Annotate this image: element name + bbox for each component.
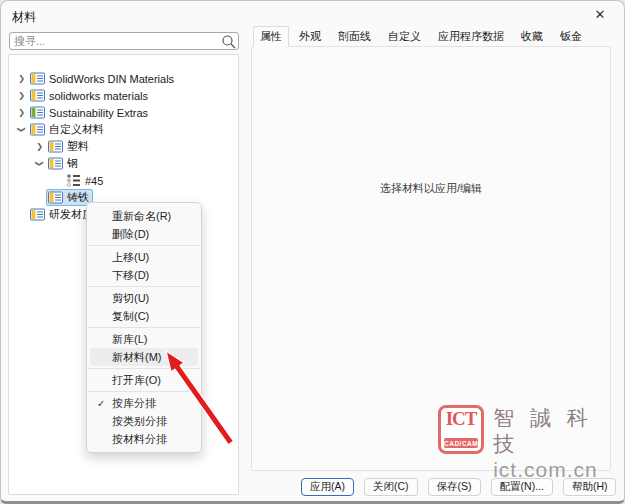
tree-item-label: Sustainability Extras bbox=[49, 107, 148, 119]
chevron-collapsed-icon[interactable]: ❯ bbox=[15, 104, 28, 121]
menu-item-label: 复制(C) bbox=[112, 309, 149, 324]
tab-应用程序数据[interactable]: 应用程序数据 bbox=[431, 26, 511, 47]
button-关闭C[interactable]: 关闭(C) bbox=[364, 478, 418, 496]
search-box[interactable] bbox=[9, 32, 239, 50]
tree-item[interactable]: ❯塑料 bbox=[9, 138, 238, 155]
menu-item-label: 新材料(M) bbox=[112, 350, 162, 365]
menu-separator bbox=[88, 245, 200, 246]
menu-item-label: 按类别分排 bbox=[112, 414, 167, 429]
chevron-expanded-icon[interactable]: ❯ bbox=[31, 157, 48, 170]
menu-item-label: 删除(D) bbox=[112, 227, 149, 242]
menu-separator bbox=[88, 327, 200, 328]
search-input[interactable] bbox=[10, 35, 220, 47]
tab-strip: 属性外观剖面线自定义应用程序数据收藏钣金 bbox=[253, 30, 592, 47]
close-icon[interactable]: ✕ bbox=[586, 3, 614, 25]
dialog-title: 材料 bbox=[12, 9, 36, 26]
tab-外观[interactable]: 外观 bbox=[292, 26, 328, 47]
tree-item[interactable]: ❯solidworks materials bbox=[9, 87, 238, 104]
tree-item-label: 钢 bbox=[67, 156, 78, 171]
menu-item[interactable]: 新库(L) bbox=[90, 330, 198, 348]
tree-item-inner[interactable]: 塑料 bbox=[46, 138, 93, 155]
tree-item-label: #45 bbox=[85, 175, 103, 187]
menu-item[interactable]: 按材料分排 bbox=[90, 430, 198, 448]
tree-item-inner[interactable]: #45 bbox=[64, 173, 107, 188]
menu-item[interactable]: 重新命名(R) bbox=[90, 207, 198, 225]
tree-item-inner[interactable]: Sustainability Extras bbox=[28, 105, 152, 120]
chevron-expanded-icon[interactable]: ❯ bbox=[13, 123, 30, 136]
menu-item[interactable]: 按类别分排 bbox=[90, 412, 198, 430]
button-应用A[interactable]: 应用(A) bbox=[301, 478, 354, 496]
library-blue-icon bbox=[30, 208, 45, 221]
menu-separator bbox=[88, 368, 200, 369]
logo-subtext: CAD/CAM bbox=[444, 438, 478, 448]
chevron-collapsed-icon[interactable]: ❯ bbox=[33, 138, 46, 155]
menu-separator bbox=[88, 286, 200, 287]
logo-text: ICT bbox=[441, 408, 481, 430]
menu-item-label: 上移(U) bbox=[112, 250, 149, 265]
library-green-icon bbox=[30, 106, 45, 119]
menu-item[interactable]: 打开库(O) bbox=[90, 371, 198, 389]
menu-item-label: 打开库(O) bbox=[112, 373, 161, 388]
tree-item[interactable]: ❯钢 bbox=[9, 155, 238, 172]
tree-item-label: 塑料 bbox=[67, 139, 89, 154]
menu-item-label: 下移(D) bbox=[112, 268, 149, 283]
library-blue-icon bbox=[30, 123, 45, 136]
tab-剖面线[interactable]: 剖面线 bbox=[331, 26, 378, 47]
menu-item-label: 新库(L) bbox=[112, 332, 147, 347]
menu-separator bbox=[88, 391, 200, 392]
tab-自定义[interactable]: 自定义 bbox=[381, 26, 428, 47]
tab-钣金[interactable]: 钣金 bbox=[553, 26, 589, 47]
menu-item-label: 剪切(U) bbox=[112, 291, 149, 306]
watermark: ICT CAD/CAM 智 誠 科 技 ict.com.cn bbox=[438, 405, 624, 483]
category-icon bbox=[48, 140, 63, 153]
tree-item-label: SolidWorks DIN Materials bbox=[49, 73, 174, 85]
menu-item[interactable]: 复制(C) bbox=[90, 307, 198, 325]
tree-item-inner[interactable]: SolidWorks DIN Materials bbox=[28, 71, 178, 86]
ict-logo: ICT CAD/CAM bbox=[438, 405, 484, 454]
materials-dialog: 材料 ✕ ❯SolidWorks DIN Materials❯solidwork… bbox=[0, 0, 625, 504]
menu-item-label: 按库分排 bbox=[112, 396, 156, 411]
menu-item-label: 重新命名(R) bbox=[112, 209, 171, 224]
tab-属性[interactable]: 属性 bbox=[253, 26, 289, 47]
watermark-url: ict.com.cn bbox=[493, 457, 624, 483]
title-bar: 材料 ✕ bbox=[1, 1, 624, 29]
tree-item-label: solidworks materials bbox=[49, 90, 148, 102]
checkmark-icon: ✓ bbox=[97, 398, 105, 409]
menu-item[interactable]: 删除(D) bbox=[90, 225, 198, 243]
menu-item-label: 按材料分排 bbox=[112, 432, 167, 447]
category-icon bbox=[48, 157, 63, 170]
tree-item-inner[interactable]: 自定义材料 bbox=[28, 121, 108, 138]
tree-item[interactable]: ❯#45 bbox=[9, 172, 238, 189]
tree-item-label: 铸铁 bbox=[67, 190, 89, 205]
search-icon[interactable] bbox=[220, 33, 238, 49]
tree-item[interactable]: ❯SolidWorks DIN Materials bbox=[9, 70, 238, 87]
tree-item[interactable]: ❯Sustainability Extras bbox=[9, 104, 238, 121]
watermark-company: 智 誠 科 技 bbox=[493, 405, 624, 457]
menu-item[interactable]: 下移(D) bbox=[90, 266, 198, 284]
menu-item[interactable]: 新材料(M) bbox=[90, 348, 198, 366]
panel-message: 选择材料以应用/编辑 bbox=[252, 181, 610, 196]
material-icon bbox=[66, 174, 81, 187]
tree-item[interactable]: ❯自定义材料 bbox=[9, 121, 238, 138]
chevron-collapsed-icon[interactable]: ❯ bbox=[15, 87, 28, 104]
tree-item-inner[interactable]: 钢 bbox=[46, 155, 82, 172]
tab-收藏[interactable]: 收藏 bbox=[514, 26, 550, 47]
menu-item[interactable]: 剪切(U) bbox=[90, 289, 198, 307]
context-menu: 重新命名(R)删除(D)上移(U)下移(D)剪切(U)复制(C)新库(L)新材料… bbox=[86, 202, 202, 453]
menu-item[interactable]: 上移(U) bbox=[90, 248, 198, 266]
library-blue-icon bbox=[30, 72, 45, 85]
category-icon bbox=[48, 191, 63, 204]
menu-item[interactable]: ✓按库分排 bbox=[90, 394, 198, 412]
tree-item-label: 自定义材料 bbox=[49, 122, 104, 137]
library-blue-icon bbox=[30, 89, 45, 102]
tree-item-inner[interactable]: solidworks materials bbox=[28, 88, 152, 103]
chevron-collapsed-icon[interactable]: ❯ bbox=[15, 70, 28, 87]
